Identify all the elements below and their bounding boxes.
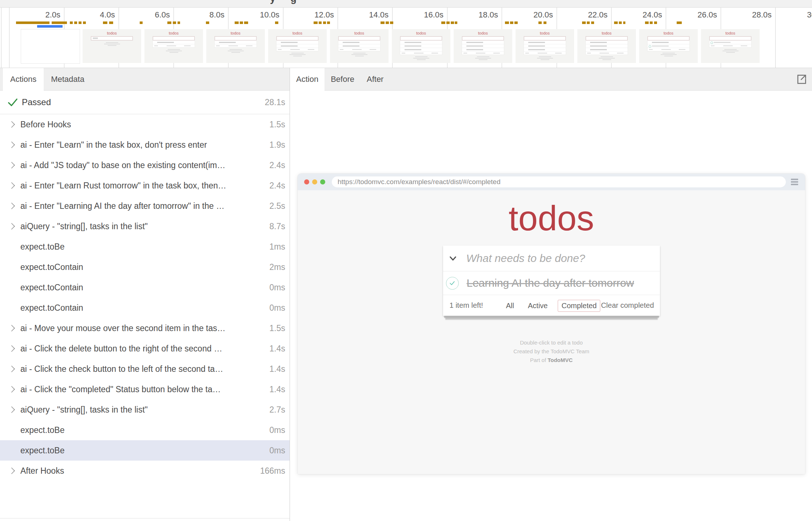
thumb-todo-card: [215, 36, 257, 47]
filmstrip-thumbnail[interactable]: todos: [330, 29, 389, 63]
action-time-mark: [140, 21, 143, 24]
action-row[interactable]: ai - Click the delete button to the righ…: [0, 338, 290, 359]
todo-item-row[interactable]: Learning AI the day after tomorrow: [443, 271, 660, 295]
chevron-right-icon[interactable]: [8, 366, 15, 372]
chevron-right-icon[interactable]: [8, 406, 15, 413]
filmstrip-thumbnail[interactable]: todos: [516, 29, 574, 63]
action-row[interactable]: ai - Click the check button to the left …: [0, 359, 290, 379]
todo-completed-check-icon[interactable]: [446, 277, 459, 290]
action-time-mark: [74, 21, 77, 24]
chevron-right-icon[interactable]: [8, 182, 15, 189]
action-row[interactable]: expect.toBe 0ms: [0, 440, 290, 461]
todo-item-text: Learning AI the day after tomorrow: [467, 277, 634, 289]
tab-metadata[interactable]: Metadata: [44, 68, 92, 90]
action-time-mark: [623, 21, 625, 24]
action-time-mark: [510, 21, 513, 24]
action-label: ai - Enter "Learn Rust tomorrow" in the …: [20, 181, 265, 191]
timeline-tick-label: 28.0s: [724, 10, 772, 20]
timeline-gridline: [775, 8, 776, 68]
close-window-icon[interactable]: [304, 179, 309, 184]
chevron-right-icon[interactable]: [8, 325, 15, 331]
filmstrip-thumbnail[interactable]: todos: [206, 29, 265, 63]
menu-icon[interactable]: [791, 178, 798, 186]
timeline-tick-label: 24.0s: [615, 10, 662, 20]
thumb-todo-card: [276, 36, 319, 51]
tab-before[interactable]: Before: [325, 68, 361, 90]
open-snapshot-icon[interactable]: [795, 73, 808, 85]
filter-all[interactable]: All: [502, 300, 518, 312]
thumb-todos-title: todos: [639, 31, 698, 35]
clear-completed-button[interactable]: Clear completed: [601, 301, 654, 310]
new-todo-placeholder[interactable]: What needs to be done?: [466, 252, 585, 265]
list-bottom-divider: [0, 518, 290, 518]
filmstrip-thumbnail[interactable]: todos: [392, 29, 450, 63]
panels: Actions Metadata Passed 28.1s Before Hoo…: [0, 68, 812, 521]
action-row[interactable]: ai - Enter "Learn" in the task box, don'…: [0, 135, 290, 155]
todo-card-footer: 1 item left! AllActiveCompleted Clear co…: [443, 295, 660, 316]
action-row[interactable]: ai - Move your mouse over the second ite…: [0, 318, 290, 338]
thumb-todo-card: [709, 36, 752, 47]
action-row[interactable]: aiQuery - "string[], tasks in the list" …: [0, 216, 290, 236]
action-row[interactable]: expect.toContain 0ms: [0, 298, 290, 318]
action-time-mark: [235, 21, 239, 24]
timeline-tick-label: 14.0s: [341, 10, 389, 20]
tab-actions[interactable]: Actions: [3, 68, 44, 91]
zoom-window-icon[interactable]: [320, 179, 325, 184]
thumb-todos-title: todos: [577, 31, 636, 35]
timeline[interactable]: 2.0s4.0s6.0s8.0s10.0s12.0s14.0s16.0s18.0…: [0, 8, 812, 68]
action-row[interactable]: expect.toBe 1ms: [0, 236, 290, 257]
timeline-tick-label: 8.0s: [177, 10, 224, 20]
timeline-tick-label: 30.0s: [779, 10, 812, 20]
action-duration: 0ms: [270, 283, 285, 293]
action-duration: 1.4s: [270, 364, 285, 374]
filmstrip-thumbnail[interactable]: todos: [454, 29, 512, 63]
action-row[interactable]: expect.toContain 0ms: [0, 277, 290, 298]
new-todo-row[interactable]: What needs to be done?: [443, 246, 660, 271]
filter-completed[interactable]: Completed: [558, 300, 600, 312]
action-duration: 1.9s: [270, 140, 285, 150]
action-row[interactable]: aiQuery - "string[], tasks in the list" …: [0, 399, 290, 420]
chevron-right-icon[interactable]: [8, 203, 15, 209]
action-time-mark: [650, 21, 653, 24]
action-row[interactable]: After Hooks 166ms: [0, 461, 290, 481]
action-time-mark: [582, 21, 586, 24]
action-row[interactable]: ai - Click the "completed" Status button…: [0, 379, 290, 399]
thumb-todos-title: todos: [701, 31, 760, 35]
filmstrip-thumbnail[interactable]: todos: [577, 29, 636, 63]
action-row[interactable]: expect.toContain 2ms: [0, 257, 290, 277]
filmstrip-thumbnail[interactable]: [21, 29, 80, 64]
action-row[interactable]: ai - Add "JS today" to base on the exist…: [0, 155, 290, 175]
action-row[interactable]: Before Hooks 1.5s: [0, 114, 290, 135]
thumb-todo-card: [586, 36, 628, 55]
action-time-mark: [275, 21, 278, 24]
toggle-all-chevron-down-icon[interactable]: [449, 254, 457, 262]
filmstrip-thumbnail[interactable]: todos: [83, 29, 141, 63]
filmstrip-thumbnail[interactable]: todos: [701, 29, 760, 63]
tab-after[interactable]: After: [361, 68, 390, 90]
chevron-right-icon[interactable]: [8, 345, 15, 352]
chevron-right-icon[interactable]: [8, 468, 15, 474]
thumb-todos-title: todos: [330, 31, 389, 35]
todomvc-link[interactable]: TodoMVC: [548, 357, 573, 363]
chevron-right-icon[interactable]: [8, 121, 15, 128]
filmstrip-thumbnail[interactable]: todos: [639, 29, 698, 63]
page-url: https://todomvc.com/examples/react/dist/…: [338, 178, 501, 186]
address-bar[interactable]: https://todomvc.com/examples/react/dist/…: [332, 176, 786, 187]
action-list: Before Hooks 1.5s ai - Enter "Learn" in …: [0, 114, 290, 481]
chevron-right-icon[interactable]: [8, 223, 15, 230]
action-time-mark: [645, 21, 649, 24]
filmstrip-thumbnail[interactable]: todos: [268, 29, 327, 63]
action-time-mark: [79, 21, 81, 24]
minimize-window-icon[interactable]: [312, 179, 317, 184]
chevron-right-icon[interactable]: [8, 162, 15, 168]
action-row[interactable]: expect.toBe 0ms: [0, 420, 290, 440]
filter-active[interactable]: Active: [524, 300, 551, 312]
action-row[interactable]: ai - Enter "Learning AI the day after to…: [0, 196, 290, 216]
chevron-right-icon[interactable]: [8, 386, 15, 393]
filmstrip-thumbnail[interactable]: todos: [144, 29, 203, 63]
status-label: Passed: [22, 97, 51, 107]
chevron-right-icon[interactable]: [8, 142, 15, 148]
tab-action[interactable]: Action: [290, 68, 325, 91]
action-row[interactable]: ai - Enter "Learn Rust tomorrow" in the …: [0, 175, 290, 196]
thumb-todos-title: todos: [454, 31, 512, 35]
